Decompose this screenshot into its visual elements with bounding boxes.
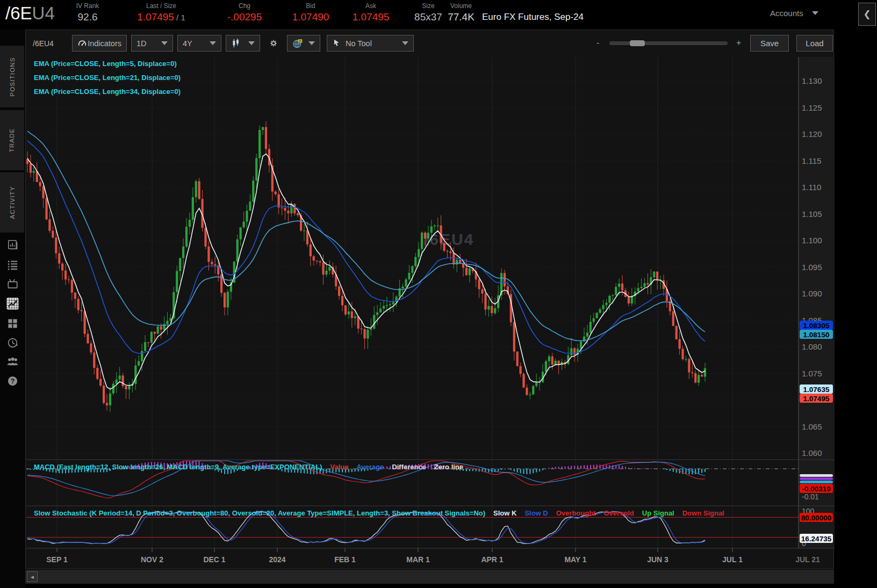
contract-description: Euro FX Futures, Sep-24 — [482, 12, 584, 23]
y-axis-tick-label: 1.095 — [802, 263, 822, 272]
chart-scrollbar[interactable]: ◄ — [25, 570, 834, 584]
chart-icon-active[interactable] — [6, 297, 19, 310]
x-axis-tick-label: NOV 2 — [141, 555, 163, 564]
macd-legend-3: Zero line — [434, 463, 463, 471]
x-axis-tick-label: 2024 — [269, 555, 285, 564]
stoch-legend-1: Slow D — [524, 509, 548, 517]
y-axis-tick-label: 1.060 — [802, 448, 822, 458]
stochastic-study-label-row: Slow Stochastic (K Period=14, D Period=3… — [34, 509, 797, 517]
stoch-legend-3: Oversold — [603, 509, 634, 517]
stat-volume: Volume 77.4K — [440, 2, 483, 23]
people-icon[interactable] — [6, 355, 19, 368]
tv-icon[interactable] — [6, 277, 19, 291]
macd-bubble-2 — [800, 481, 833, 483]
macd-bubble-3-value: -0.00310 — [802, 485, 830, 493]
collapse-panel-button[interactable]: ❮ — [858, 3, 876, 26]
x-axis-tick-label: MAY 1 — [564, 555, 586, 564]
macd-legend-0: Value — [330, 463, 348, 471]
symbol-month-code: U4 — [32, 3, 55, 23]
symbol-root: /6E — [5, 3, 32, 23]
y-axis-tick-label: 1.100 — [802, 236, 822, 245]
x-axis-tick-label: JUL 1 — [722, 555, 743, 564]
stat-last-size: Last / Size 1.07495 / 1 — [118, 2, 204, 23]
stoch-bubble-1-value: 16.24735 — [801, 535, 832, 543]
stoch-legend-2: Overbought — [556, 509, 596, 517]
macd-bubble-0 — [800, 474, 833, 477]
accounts-dropdown[interactable]: Accounts — [770, 9, 818, 18]
sidebar-tab-activity[interactable]: ACTIVITY — [0, 172, 24, 233]
chart-plot[interactable]: /6EU41.1301.1251.1201.1151.1101.1051.100… — [26, 30, 835, 570]
stoch-bubble-0-value: 80.00000 — [801, 514, 831, 522]
y-axis-tick-label: 1.090 — [802, 289, 822, 298]
stat-bid: Bid 1.07490 — [281, 2, 340, 23]
x-axis-tick-label: SEP 1 — [46, 555, 68, 564]
x-axis: SEP 1NOV 2DEC 12024FEB 1MAR 1APR 1MAY 1J… — [46, 548, 820, 564]
stoch-legend-5: Down Signal — [682, 509, 724, 517]
stoch-legend-0: Slow K — [493, 509, 516, 517]
y-axis-tick-label: 1.080 — [802, 342, 822, 351]
macd-study-label: MACD (Fast length=12, Slow length=26, MA… — [34, 463, 322, 471]
report-icon[interactable] — [6, 238, 19, 251]
ema-34-price-bubble-value: 1.08150 — [803, 331, 830, 339]
ema-study-labels: EMA (Price=CLOSE, Length=5, Displace=0)E… — [34, 57, 181, 99]
ema-21-label: EMA (Price=CLOSE, Length=21, Displace=0) — [34, 71, 181, 85]
y-axis-tick-label: 1.065 — [802, 422, 822, 431]
gridlines — [26, 57, 799, 548]
y-axis-tick-label: 1.125 — [802, 103, 822, 112]
macd-legend-2: Difference — [392, 463, 426, 471]
history-icon[interactable] — [6, 336, 19, 350]
x-axis-tick-label: JUN 3 — [647, 555, 668, 564]
y-axis-tick-label: 1.115 — [802, 156, 821, 165]
y-axis-tick-label: 1.075 — [802, 369, 822, 378]
macd-bubble-1 — [800, 477, 833, 480]
last-price-bubble-value: 1.07495 — [803, 395, 830, 403]
header-bar: /6EU4 IV Rank 92.6 Last / Size 1.07495 /… — [0, 0, 877, 30]
stat-chg: Chg -.00295 — [215, 2, 274, 23]
y-axis-tick-label: 1.105 — [802, 209, 822, 219]
list-icon[interactable] — [6, 258, 19, 271]
ema-5-price-bubble-value: 1.07635 — [803, 386, 830, 394]
scroll-left-button[interactable]: ◄ — [27, 571, 38, 582]
x-axis-tick-label: MAR 1 — [406, 555, 430, 564]
help-icon[interactable]: ? — [6, 374, 19, 388]
candlestick-series — [26, 121, 706, 412]
x-axis-tick-label: DEC 1 — [203, 555, 225, 564]
x-axis-tick-label: JUL 21 — [795, 555, 820, 564]
left-sidebar: POSITIONS TRADE ACTIVITY ? — [0, 30, 25, 588]
grid-icon[interactable] — [6, 317, 19, 330]
stat-iv-rank: IV Rank 92.6 — [66, 2, 109, 23]
ema-5-label: EMA (Price=CLOSE, Length=5, Displace=0) — [34, 57, 181, 71]
ema-21-line — [27, 141, 705, 353]
stoch-legend-4: Up Signal — [642, 509, 674, 517]
ema-5-line — [27, 154, 705, 389]
stat-ask: Ask 1.07495 — [341, 2, 400, 23]
chevron-down-icon — [812, 11, 818, 15]
ema-34-label: EMA (Price=CLOSE, Length=34, Displace=0) — [34, 85, 181, 99]
macd-axis-label: -0.01 — [802, 492, 819, 501]
y-axis-tick-label: 1.130 — [802, 76, 822, 85]
ema-21-price-bubble-value: 1.08305 — [803, 322, 830, 330]
stoch-study-label: Slow Stochastic (K Period=14, D Period=3… — [34, 509, 485, 517]
sidebar-tab-trade[interactable]: TRADE — [0, 110, 24, 170]
macd-legend-1: Average — [356, 463, 384, 471]
sidebar-tab-positions[interactable]: POSITIONS — [0, 46, 24, 107]
y-axis-tick-label: 1.110 — [802, 183, 821, 192]
macd-study-label-row: MACD (Fast length=12, Slow length=26, MA… — [34, 463, 797, 471]
svg-text:?: ? — [11, 378, 15, 385]
x-axis-tick-label: FEB 1 — [334, 555, 356, 564]
chart-panel: /6EU4 Indicators 1D 4Y — [25, 30, 834, 569]
x-axis-tick-label: APR 1 — [481, 555, 503, 564]
ema-lines — [27, 131, 705, 389]
symbol-title: /6EU4 — [5, 3, 55, 24]
y-axis-tick-label: 1.120 — [802, 129, 822, 139]
